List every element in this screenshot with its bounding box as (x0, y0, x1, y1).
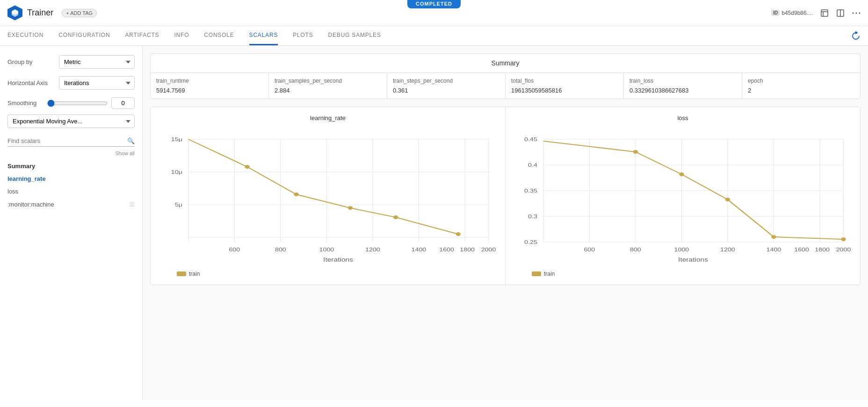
summary-col-label-4: train_loss (629, 78, 736, 84)
summary-col-label-5: epoch (748, 78, 854, 84)
svg-point-6 (856, 12, 857, 14)
scalar-monitor-machine-label: :monitor:machine (7, 201, 54, 208)
svg-text:600: 600 (584, 247, 595, 253)
exp-moving-avg-row: Exponential Moving Ave... (7, 114, 135, 128)
add-tag-button[interactable]: + ADD TAG (62, 9, 97, 17)
smoothing-value-input[interactable]: 0 (111, 97, 135, 109)
svg-text:1000: 1000 (319, 247, 334, 253)
summary-col-val-1: 2.884 (275, 87, 381, 94)
svg-text:1800: 1800 (815, 247, 830, 253)
svg-text:800: 800 (630, 247, 641, 253)
svg-text:15μ: 15μ (171, 136, 182, 143)
svg-point-68 (841, 237, 846, 241)
svg-text:1000: 1000 (674, 247, 689, 253)
summary-col-label-1: train_samples_per_second (275, 78, 381, 84)
menu-button[interactable] (852, 12, 861, 14)
summary-title: Summary (151, 54, 860, 73)
find-scalars-input[interactable] (7, 137, 127, 144)
learning-rate-chart-panel: learning_rate 1 (151, 107, 506, 285)
summary-col-label-2: train_steps_per_second (393, 78, 499, 84)
svg-text:1600: 1600 (439, 247, 454, 253)
loss-chart-title: loss (513, 114, 853, 121)
svg-rect-0 (821, 10, 828, 16)
loss-legend: train (513, 271, 853, 277)
horizontal-axis-row: Horizontal Axis Iterations (7, 76, 135, 90)
svg-text:Iterations: Iterations (678, 257, 708, 263)
svg-text:1400: 1400 (767, 247, 781, 253)
tab-console[interactable]: CONSOLE (204, 26, 234, 45)
smoothing-slider[interactable] (47, 100, 108, 107)
svg-text:10μ: 10μ (171, 169, 182, 175)
summary-card: Summary train_runtime 5914.7569 train_sa… (150, 53, 861, 99)
tab-artifacts[interactable]: ARTIFACTS (125, 26, 159, 45)
svg-point-7 (859, 12, 861, 14)
split-view-button[interactable] (836, 9, 845, 17)
summary-table: train_runtime 5914.7569 train_samples_pe… (151, 73, 860, 99)
summary-col-val-5: 2 (748, 87, 854, 94)
svg-text:2000: 2000 (836, 247, 851, 253)
svg-point-32 (245, 165, 249, 169)
svg-point-64 (633, 150, 638, 154)
group-by-label: Group by (7, 58, 59, 65)
learning-rate-chart-title: learning_rate (158, 114, 498, 121)
group-by-row: Group by Metric (7, 55, 135, 69)
svg-text:0.4: 0.4 (528, 162, 537, 168)
tab-info[interactable]: INFO (174, 26, 189, 45)
id-value: b45d9b86.... (781, 10, 813, 16)
tab-debug-samples[interactable]: DEBUG SAMPLES (328, 26, 381, 45)
app-logo-icon (7, 6, 22, 21)
exp-moving-avg-select[interactable]: Exponential Moving Ave... (7, 114, 135, 128)
app-title: Trainer (27, 8, 53, 18)
summary-col-val-4: 0.3329610386627683 (629, 87, 736, 94)
svg-point-36 (456, 232, 461, 236)
show-all-link[interactable]: Show all (7, 150, 135, 156)
details-panel-button[interactable] (820, 9, 829, 17)
loss-chart-panel: loss (506, 107, 860, 285)
svg-text:Iterations: Iterations (323, 257, 353, 263)
svg-text:800: 800 (275, 247, 286, 253)
top-bar: Trainer + ADD TAG COMPLETED ID b45d9b86.… (0, 0, 868, 26)
tab-plots[interactable]: PLOTS (293, 26, 313, 45)
scalar-summary-item[interactable]: Summary (7, 160, 135, 172)
svg-text:1800: 1800 (460, 247, 475, 253)
svg-point-67 (771, 235, 776, 239)
legend-color (177, 271, 186, 276)
loss-chart-svg: 0.45 0.4 0.35 0.3 0.25 600 800 1000 1200… (513, 125, 853, 265)
scalar-monitor-machine-item[interactable]: :monitor:machine 👁̸ (7, 198, 135, 211)
svg-point-35 (393, 215, 398, 219)
horizontal-axis-select[interactable]: Iterations (59, 76, 135, 90)
nav-tabs: EXECUTION CONFIGURATION ARTIFACTS INFO C… (0, 26, 868, 46)
horizontal-axis-label: Horizontal Axis (7, 79, 59, 86)
svg-point-65 (679, 172, 684, 176)
refresh-button[interactable] (851, 31, 861, 41)
learning-rate-chart-svg: 15μ 10μ 5μ 600 800 1000 1200 1400 1600 1… (158, 125, 498, 265)
tab-configuration[interactable]: CONFIGURATION (58, 26, 110, 45)
group-by-select[interactable]: Metric (59, 55, 135, 69)
top-bar-right: ID b45d9b86.... (771, 9, 861, 17)
svg-text:0.3: 0.3 (528, 214, 537, 220)
svg-text:5μ: 5μ (175, 202, 182, 208)
completed-badge: COMPLETED (407, 0, 461, 8)
find-scalars-row: 🔍 (7, 137, 135, 147)
svg-text:2000: 2000 (481, 247, 496, 253)
summary-cell-4: train_loss 0.3329610386627683 (624, 73, 742, 99)
summary-col-label-3: total_flos (511, 78, 618, 84)
scalar-loss-item[interactable]: loss (7, 185, 135, 198)
task-id-badge: ID b45d9b86.... (771, 10, 813, 16)
scalar-learning-rate-item[interactable]: learning_rate (7, 172, 135, 185)
tab-execution[interactable]: EXECUTION (7, 26, 43, 45)
svg-text:0.45: 0.45 (524, 136, 537, 143)
smoothing-row: Smoothing 0 (7, 97, 135, 109)
summary-col-val-3: 196135059585816 (511, 87, 618, 94)
summary-cell-3: total_flos 196135059585816 (506, 73, 624, 99)
content-area: Summary train_runtime 5914.7569 train_sa… (143, 46, 868, 400)
sidebar: Group by Metric Horizontal Axis Iteratio… (0, 46, 143, 400)
tab-scalars[interactable]: SCALARS (249, 26, 278, 45)
svg-point-5 (853, 12, 854, 14)
summary-col-val-2: 0.361 (393, 87, 499, 94)
summary-cell-2: train_steps_per_second 0.361 (387, 73, 506, 99)
main-layout: Group by Metric Horizontal Axis Iteratio… (0, 46, 868, 400)
svg-text:600: 600 (229, 247, 240, 253)
svg-text:1200: 1200 (365, 247, 380, 253)
summary-col-val-0: 5914.7569 (156, 87, 263, 94)
